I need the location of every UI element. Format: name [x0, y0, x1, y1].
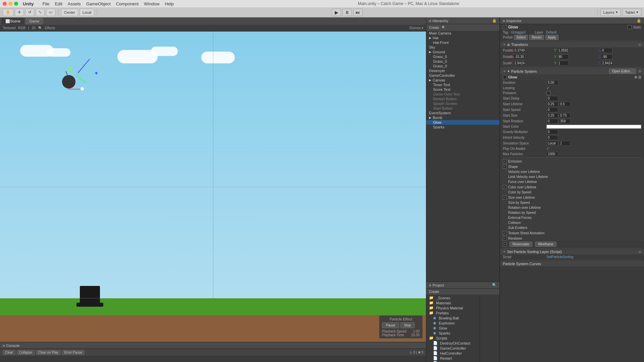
- create-dropdown[interactable]: Create: [429, 26, 439, 29]
- renderer-section[interactable]: ✓ Renderer: [500, 236, 644, 241]
- inherit-velocity-value[interactable]: 0: [546, 135, 558, 140]
- rot-val-1[interactable]: 0: [546, 119, 558, 124]
- project-item[interactable]: 📁Materials: [426, 300, 480, 305]
- hierarchy-item[interactable]: Grass_0: [426, 54, 499, 59]
- emission-checkbox[interactable]: ✓: [503, 159, 507, 163]
- start-speed-value[interactable]: 0: [546, 107, 558, 112]
- looping-checkbox[interactable]: ✓: [546, 86, 549, 90]
- hierarchy-item[interactable]: EventSystem: [426, 111, 499, 115]
- menu-assets[interactable]: Assets: [68, 1, 81, 6]
- scene-view[interactable]: Particle Effect Pause Stop Playback Spee…: [0, 32, 426, 342]
- local-btn[interactable]: Local: [79, 9, 94, 16]
- start-color-swatch[interactable]: [546, 125, 641, 129]
- project-item[interactable]: ◉Bowling Ball: [426, 315, 480, 320]
- shape-checkbox[interactable]: ✓: [503, 165, 507, 169]
- scale-tool[interactable]: ⤡: [36, 9, 45, 16]
- textured-label[interactable]: Textured: [3, 26, 15, 30]
- open-editor-btn[interactable]: Open Editor...: [609, 69, 636, 74]
- maximize-button[interactable]: [14, 2, 18, 6]
- external-forces-section[interactable]: External Forces: [500, 215, 644, 220]
- pos-x-field[interactable]: X 0.3749: [510, 48, 553, 53]
- inspector-lock-icon[interactable]: 🔒: [637, 18, 641, 23]
- menu-component[interactable]: Component: [116, 1, 139, 6]
- revert-btn[interactable]: Revert: [529, 35, 544, 40]
- project-search-icon[interactable]: 🔍: [492, 283, 497, 287]
- hierarchy-item[interactable]: GameController: [426, 73, 499, 78]
- prewarm-checkbox[interactable]: [546, 91, 550, 95]
- transform-gear-icon[interactable]: ⚙: [638, 43, 641, 47]
- close-button[interactable]: [3, 2, 7, 6]
- project-item[interactable]: 📁Scripts: [426, 336, 480, 341]
- wireframe-btn[interactable]: Wireframe: [535, 242, 556, 247]
- hierarchy-item[interactable]: Splash Screen: [426, 101, 499, 106]
- scale-x-field[interactable]: X 2.8424: [510, 61, 553, 66]
- sub-emitters-section[interactable]: Sub Emitters: [500, 225, 644, 230]
- particle-system-section-header[interactable]: ▼ ✦ Particle System Open Editor... ⚙: [500, 68, 644, 74]
- collapse-btn[interactable]: Collapse: [17, 350, 35, 355]
- hierarchy-item[interactable]: Grass_0: [426, 64, 499, 68]
- hierarchy-item[interactable]: ▶Ground: [426, 50, 499, 54]
- rect-tool[interactable]: ▭: [46, 9, 55, 16]
- scale-z-field[interactable]: Z 2.8424: [598, 61, 641, 66]
- rot-z-field[interactable]: Z -90: [598, 54, 641, 59]
- rot-x-field[interactable]: X -33.35: [510, 54, 553, 59]
- rotation-over-lifetime-section[interactable]: Rotation over Lifetime: [500, 205, 644, 210]
- hierarchy-item[interactable]: Hat-Front: [426, 40, 499, 45]
- hand-tool[interactable]: ✋: [3, 9, 13, 16]
- script-value[interactable]: SetParticleSorting: [546, 255, 573, 259]
- stop-particle-btn[interactable]: Stop: [400, 322, 415, 328]
- pause-particle-btn[interactable]: Pause: [382, 322, 399, 328]
- project-item[interactable]: ◉Glow: [426, 325, 480, 330]
- lifetime-val-2[interactable]: 0.5: [559, 102, 571, 107]
- hierarchy-item[interactable]: Sparks: [426, 125, 499, 129]
- scale-y-field[interactable]: Y 1: [554, 61, 597, 66]
- size-val-2[interactable]: 0.75: [559, 113, 571, 118]
- hierarchy-item[interactable]: Score Text: [426, 87, 499, 92]
- error-pause-btn[interactable]: Error Pause: [62, 350, 85, 355]
- curves-section-header[interactable]: Particle System Curves: [500, 261, 644, 266]
- play-on-awake-checkbox[interactable]: ✓: [546, 146, 549, 151]
- size-over-lifetime-section[interactable]: ✓ Size over Lifetime: [500, 195, 644, 200]
- project-item[interactable]: ◉Sparks: [426, 330, 480, 336]
- rot-y-field[interactable]: Y 90: [554, 54, 597, 59]
- color-by-speed-section[interactable]: Color by Speed: [500, 190, 644, 195]
- project-item[interactable]: 📄Score: [426, 361, 480, 362]
- rotate-tool[interactable]: ↺: [25, 9, 34, 16]
- hierarchy-item[interactable]: ▶Canvas: [426, 78, 499, 82]
- size-val-1[interactable]: 0.25: [546, 113, 558, 118]
- apply-btn[interactable]: Apply: [545, 35, 558, 40]
- static-checkbox[interactable]: [628, 25, 632, 29]
- scene-tab[interactable]: ⬜ Scene: [1, 18, 24, 24]
- project-item[interactable]: 📄DestroyOnContact: [426, 341, 480, 346]
- texture-sheet-section[interactable]: ✓ Texture Sheet Animation: [500, 230, 644, 236]
- hierarchy-item[interactable]: Main Camera: [426, 31, 499, 36]
- hierarchy-item[interactable]: Timer Text: [426, 82, 499, 87]
- duration-value[interactable]: 5.00: [546, 80, 558, 85]
- hierarchy-item[interactable]: ▶Hat: [426, 36, 499, 40]
- gravity-mult-value[interactable]: 0: [546, 129, 558, 134]
- hierarchy-item[interactable]: Grass_0: [426, 59, 499, 64]
- menu-help[interactable]: Help: [165, 1, 174, 6]
- project-item[interactable]: 📄HatController: [426, 351, 480, 356]
- pos-y-field[interactable]: Y 1.0581: [554, 48, 597, 53]
- hierarchy-item[interactable]: Restart Button: [426, 97, 499, 101]
- center-btn[interactable]: Center: [61, 9, 78, 16]
- move-tool[interactable]: ✛: [15, 9, 24, 16]
- hierarchy-item[interactable]: Destroyer: [426, 68, 499, 73]
- collision-section[interactable]: Collision: [500, 220, 644, 225]
- max-particles-value[interactable]: 1000: [546, 152, 558, 157]
- lifetime-val-1[interactable]: 0.25: [546, 102, 558, 107]
- project-create-btn[interactable]: Create: [429, 290, 439, 294]
- rot-val-2[interactable]: 359: [559, 119, 571, 124]
- game-tab[interactable]: Game: [25, 18, 43, 24]
- col-checkbox[interactable]: ✓: [503, 185, 507, 189]
- limit-velocity-section[interactable]: Limit Velocity over Lifetime: [500, 174, 644, 179]
- renderer-checkbox[interactable]: ✓: [503, 236, 507, 240]
- clear-btn[interactable]: Clear: [3, 350, 15, 355]
- simulation-space-value[interactable]: Local: [546, 141, 558, 146]
- layers-dropdown[interactable]: Layers ▾: [600, 9, 621, 16]
- glow-active-checkbox[interactable]: [503, 75, 507, 79]
- project-item[interactable]: 📁_Scenes: [426, 295, 480, 300]
- minimize-button[interactable]: [8, 2, 12, 6]
- tag-value[interactable]: Untagged: [511, 31, 525, 34]
